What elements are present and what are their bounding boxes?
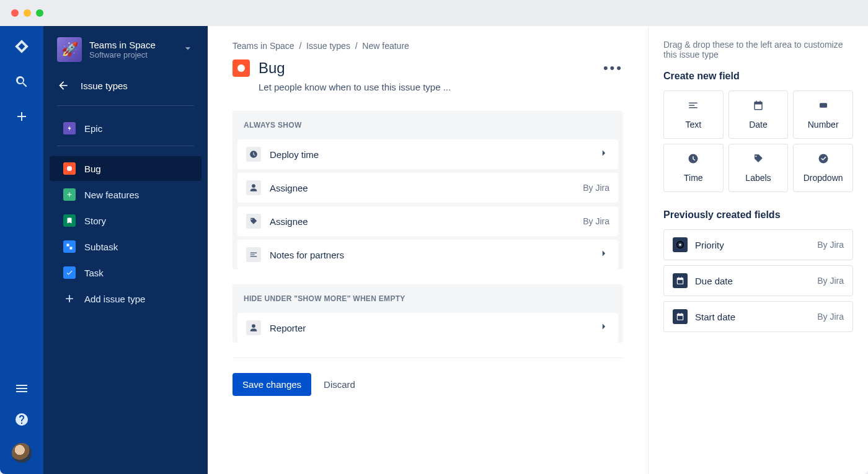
field-palette: Drag & drop these to the left area to cu… [648, 26, 868, 474]
field-label: Assignee [270, 183, 308, 193]
chevron-right-icon [598, 248, 609, 261]
section-header: HIDE UNDER "SHOW MORE" WHEN EMPTY [232, 284, 623, 309]
previous-field-label: Priority [695, 240, 724, 250]
breadcrumb-item[interactable]: Teams in Space [232, 41, 294, 51]
chevron-right-icon [598, 147, 609, 161]
tag-icon [246, 214, 261, 229]
field-meta: By Jira [583, 216, 609, 226]
field-label: Notes for partners [270, 250, 344, 260]
issue-type-description[interactable]: Let people know when to use this issue t… [259, 82, 623, 92]
chevron-down-icon [182, 42, 194, 57]
more-actions-icon[interactable]: ••• [603, 60, 623, 76]
field-row[interactable]: Assignee By Jira [237, 173, 618, 203]
subtask-icon [63, 240, 76, 253]
maximize-window-icon[interactable] [36, 9, 43, 17]
breadcrumb-item[interactable]: Issue types [306, 41, 350, 51]
previous-field-meta: By Jira [817, 276, 844, 286]
breadcrumb[interactable]: Teams in Space / Issue types / New featu… [232, 41, 623, 51]
person-icon [246, 180, 261, 195]
sidebar-divider [57, 105, 194, 106]
field-type-card[interactable]: Number [793, 90, 853, 139]
previous-field-item[interactable]: Priority By Jira [663, 229, 853, 260]
previous-field-label: Start date [695, 312, 735, 322]
text-icon [688, 100, 699, 113]
sidebar-item-label: New features [84, 190, 139, 200]
create-icon[interactable] [14, 109, 29, 126]
menu-icon[interactable] [14, 381, 29, 398]
field-type-card[interactable]: Dropdown [793, 144, 853, 192]
calendar-icon [673, 309, 688, 324]
sidebar-item-label: Subtask [84, 242, 118, 252]
number-icon [818, 100, 829, 113]
help-icon[interactable] [14, 412, 29, 429]
page-title: Bug [259, 59, 285, 77]
sidebar: 🚀 Teams in Space Software project Issue … [43, 26, 208, 474]
clock-icon [688, 153, 699, 167]
main-content: Teams in Space / Issue types / New featu… [208, 26, 648, 474]
bug-icon [63, 162, 76, 175]
text-icon [246, 247, 261, 262]
sidebar-add-issue-type[interactable]: Add issue type [50, 286, 202, 311]
breadcrumb-item[interactable]: New feature [362, 41, 409, 51]
previous-field-meta: By Jira [817, 312, 844, 322]
sidebar-item-label: Bug [84, 164, 101, 174]
search-icon[interactable] [14, 74, 29, 92]
create-field-title: Create new field [663, 71, 853, 82]
close-window-icon[interactable] [11, 9, 19, 17]
clock-icon [246, 147, 261, 162]
field-row[interactable]: Notes for partners [237, 240, 618, 270]
project-subtitle: Software project [89, 50, 156, 59]
sidebar-item-epic[interactable]: Epic [50, 116, 202, 141]
sidebar-divider [57, 146, 194, 146]
sidebar-item-task[interactable]: Task [50, 260, 202, 285]
back-arrow-icon [57, 79, 69, 92]
sidebar-item-story[interactable]: Story [50, 208, 202, 233]
field-type-label: Date [749, 120, 768, 129]
field-type-label: Labels [745, 173, 771, 183]
field-type-card[interactable]: Text [663, 90, 724, 139]
back-button[interactable]: Issue types [43, 71, 208, 100]
minimize-window-icon[interactable] [24, 9, 31, 17]
sidebar-item-bug[interactable]: Bug [50, 156, 202, 181]
person-icon [246, 320, 261, 335]
field-meta: By Jira [583, 183, 609, 193]
task-icon [63, 266, 76, 279]
global-rail [0, 26, 43, 474]
previous-field-label: Due date [695, 276, 733, 286]
sidebar-item-label: Task [84, 268, 104, 278]
calendar-icon [673, 273, 688, 288]
jira-logo-icon[interactable] [14, 38, 30, 57]
save-button[interactable]: Save changes [232, 373, 311, 396]
sidebar-item-label: Epic [84, 123, 102, 134]
field-type-card[interactable]: Labels [728, 144, 789, 192]
previous-field-item[interactable]: Start date By Jira [663, 301, 853, 332]
field-type-label: Number [808, 120, 839, 129]
field-type-label: Dropdown [804, 173, 843, 183]
field-type-card[interactable]: Time [663, 144, 724, 192]
discard-button[interactable]: Discard [324, 379, 355, 390]
field-type-label: Text [685, 120, 701, 129]
epic-icon [63, 122, 76, 134]
project-name: Teams in Space [89, 40, 156, 50]
target-icon [673, 237, 688, 252]
field-label: Deploy time [270, 149, 319, 160]
previous-field-item[interactable]: Due date By Jira [663, 265, 853, 296]
calendar-icon [753, 100, 764, 113]
field-type-card[interactable]: Date [728, 90, 789, 139]
project-switcher[interactable]: 🚀 Teams in Space Software project [43, 37, 208, 71]
field-row[interactable]: Assignee By Jira [237, 206, 618, 236]
new-feature-icon [63, 188, 76, 201]
chevron-right-icon [598, 321, 609, 335]
sidebar-item-subtask[interactable]: Subtask [50, 234, 202, 259]
field-label: Assignee [270, 216, 308, 227]
previous-field-meta: By Jira [817, 240, 844, 250]
avatar[interactable] [12, 443, 32, 463]
field-label: Reporter [270, 323, 306, 333]
hide-when-empty-section: HIDE UNDER "SHOW MORE" WHEN EMPTY Report… [232, 284, 623, 343]
field-row[interactable]: Deploy time [237, 139, 618, 169]
section-header: ALWAYS SHOW [232, 111, 623, 136]
sidebar-item-new-features[interactable]: New features [50, 182, 202, 207]
field-type-label: Time [684, 173, 703, 183]
field-row[interactable]: Reporter [237, 313, 618, 343]
sidebar-item-label: Story [84, 216, 106, 226]
